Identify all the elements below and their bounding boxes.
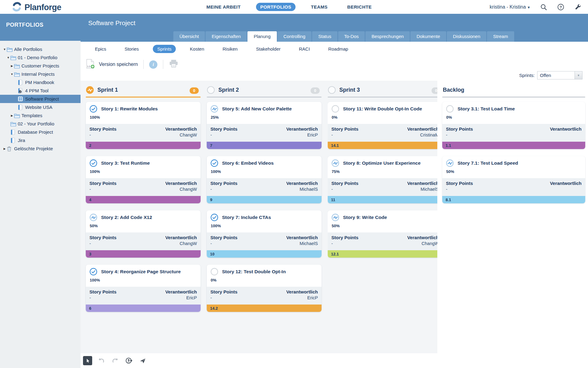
story-points-label: Story Points [89,235,116,240]
story-card-story-6-embed-videos[interactable]: Story 6: Embed Videos100%Story PointsVer… [207,156,322,203]
assign-tool-button[interactable] [124,356,134,365]
sidebar-item-customer-projects[interactable]: ▶Customer Projects [0,62,81,70]
collapse-arrow-icon[interactable]: ▼ [2,48,7,51]
status-done-icon [210,159,218,167]
story-title: Story 8: Optimize User Experience [343,159,420,166]
story-card-story-4-reorganize-page-structure[interactable]: Story 4: Reorganize Page Structure100%St… [86,265,201,312]
nav-portfolios[interactable]: PORTFOLIOS [256,3,296,11]
sidebar-item-4-ppm-tool[interactable]: 4 PPM Tool [0,86,81,95]
subtab-sprints[interactable]: Sprints [153,45,176,53]
story-id-bar: 7 [207,142,322,149]
responsible-label: Verantwortlich [407,235,437,240]
undo-tool-button[interactable] [97,356,106,365]
sidebar-item-alle-portfolios[interactable]: ▼Alle Portfolios [0,45,81,53]
tab-planung[interactable]: Planung [247,31,277,42]
clipped-column-viewport: Sprint 30Story 11: Write Double Opt-In C… [328,81,437,353]
sidebar-item-gel-schte-projekte[interactable]: ▶Gelöschte Projekte [0,144,81,153]
help-icon[interactable]: ? [557,3,565,11]
collapse-arrow-icon[interactable]: ▼ [10,73,14,76]
subtab-raci[interactable]: RACI [295,45,314,53]
assign-icon [125,357,133,364]
bottom-toolbar [81,353,588,368]
story-card-story-2-add-code-x12[interactable]: Story 2: Add Code X1250%Story PointsVera… [86,210,201,258]
redo-tool-button[interactable] [111,356,120,365]
tab-eigenschaften[interactable]: Eigenschaften [205,31,247,42]
tab-diskussionen[interactable]: Diskussionen [447,31,486,42]
responsible-label: Verantwortlich [286,181,318,186]
save-version-button[interactable]: 1.0 Version speichern [86,59,138,70]
tab-bersicht[interactable]: Übersicht [173,31,205,42]
story-percent: 100% [211,169,318,174]
expand-arrow-icon[interactable]: ▶ [10,114,14,117]
story-id-bar: 1.1 [442,142,585,149]
sidebar-item-jira[interactable]: Jira [0,136,81,144]
sidebar-item-pm-handbook[interactable]: PM Handbook [0,78,81,86]
user-menu[interactable]: kristina - Kristina▼ [490,4,530,10]
story-card-story-7-include-ctas[interactable]: Story 7: Include CTAs100%Story PointsVer… [207,210,322,258]
story-card-story-5-add-new-color-palette[interactable]: Story 5: Add New Color Palette25%Story P… [207,102,322,149]
board-column-sprint-3: Sprint 30Story 11: Write Double Opt-In C… [328,85,437,258]
tab-controlling[interactable]: Controlling [277,31,312,42]
story-title: Story 2: Add Code X12 [101,213,152,220]
sprints-filter-select[interactable]: Offen ▼ [537,71,582,79]
sidebar-item-templates[interactable]: ▶Templates [0,111,81,120]
sidebar-item-website-usa[interactable]: Website USA [0,103,81,111]
board-column-sprint-2: Sprint 20Story 5: Add New Color Palette2… [207,85,322,312]
story-card-story-11-write-double-opt-in-code[interactable]: Story 11: Write Double Opt-In Code0%Stor… [328,102,437,149]
expand-arrow-icon[interactable]: ▶ [10,64,14,67]
responsible-label: Verantwortlich [407,126,437,132]
print-icon[interactable] [169,59,179,69]
tab-stream[interactable]: Stream [487,31,514,42]
sidebar-item-02-your-portfolio[interactable]: 02 - Your Portfolio [0,120,81,128]
send-tool-button[interactable] [138,356,147,365]
column-header[interactable]: Backlog [442,85,585,98]
sidebar-item-01-demo-portfolio[interactable]: ▼01 - Demo Portfolio [0,53,81,62]
story-card-story-7-1-test-load-speed[interactable]: Story 7.1: Test Load Speed50%Story Point… [442,156,585,203]
search-icon[interactable] [540,3,548,11]
redo-icon [111,357,119,364]
admin-wrench-icon[interactable] [574,3,582,11]
story-points-label: Story Points [331,126,358,132]
story-percent: 50% [332,224,437,228]
sidebar-item-internal-projects[interactable]: ▼Internal Projects [0,70,81,78]
story-card-story-9-write-code[interactable]: Story 9: Write Code50%Story PointsVerant… [328,210,437,258]
project-grid-icon [18,96,23,102]
column-header[interactable]: Sprint 10 [86,85,201,98]
nav-teams[interactable]: TEAMS [307,3,332,11]
sidebar-item-database-project[interactable]: Database Project [0,128,81,136]
subtab-stories[interactable]: Stories [120,45,143,53]
status-done-icon [210,213,218,221]
story-card-story-1-rewrite-modules[interactable]: Story 1: Rewrite Modules100%Story Points… [86,102,201,149]
collapse-arrow-icon[interactable]: ▼ [6,56,10,59]
story-percent: 100% [90,278,197,282]
dropdown-arrow-icon[interactable]: ▼ [575,71,582,79]
tab-status[interactable]: Status [312,31,337,42]
sidebar-item-software-project[interactable]: Software Project [0,95,81,103]
story-points-value: - [210,187,212,192]
subtab-stakeholder[interactable]: Stakeholder [252,45,285,53]
subtab-roadmap[interactable]: Roadmap [324,45,352,53]
subtab-risiken[interactable]: Risiken [218,45,242,53]
top-bar: Planforge MEINE ARBEITPORTFOLIOSTEAMSBER… [0,0,588,14]
project-icon [10,138,15,143]
planforge-logo[interactable]: Planforge [12,2,61,13]
story-card-story-3-test-runtime[interactable]: Story 3: Test Runtime100%Story PointsVer… [86,156,201,203]
column-header[interactable]: Sprint 30 [328,85,437,98]
story-card-story-8-optimize-user-experience[interactable]: Story 8: Optimize User Experience75%Stor… [328,156,437,203]
story-card-story-3-1-test-load-time[interactable]: Story 3.1: Test Load Time0%Story PointsV… [442,102,585,149]
cursor-tool-button[interactable] [83,356,92,365]
sidebar-item-label: Templates [21,113,42,118]
nav-berichte[interactable]: BERICHTE [343,3,376,11]
subtab-kosten[interactable]: Kosten [186,45,209,53]
expand-arrow-icon[interactable]: ▶ [2,147,7,150]
tab-to-dos[interactable]: To-Dos [338,31,365,42]
subtab-epics[interactable]: Epics [91,45,111,53]
tab-besprechungen[interactable]: Besprechungen [365,31,410,42]
column-header[interactable]: Sprint 20 [207,85,322,98]
tab-dokumente[interactable]: Dokumente [410,31,446,42]
nav-meine-arbeit[interactable]: MEINE ARBEIT [202,3,245,11]
responsible-label: Verantwortlich [550,181,582,186]
responsible-label: Verantwortlich [286,126,318,132]
info-icon[interactable]: i [149,60,157,69]
story-card-story-12-test-double-opt-in[interactable]: Story 12: Test Double Opt-In0%Story Poin… [207,265,322,312]
